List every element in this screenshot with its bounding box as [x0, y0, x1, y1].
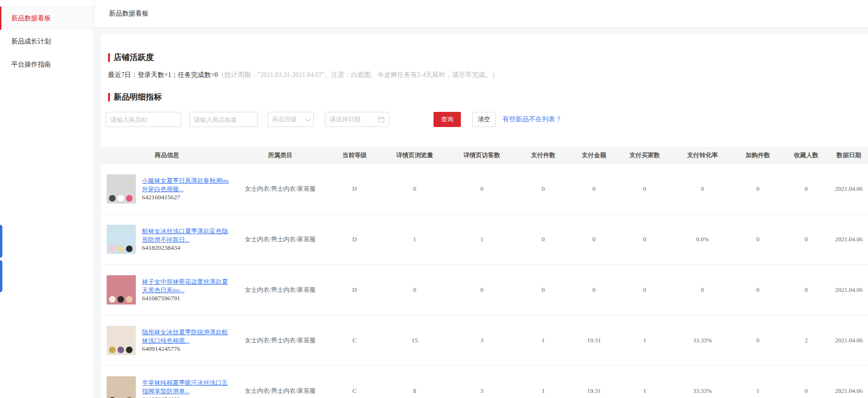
column-header: 详情页访客数	[448, 151, 516, 160]
cell-current-grade: D	[327, 236, 382, 243]
column-header: 数据日期	[830, 151, 868, 160]
main-content: 新品数据看板 店铺活跃度 最近7日：登录天数=1；任务完成数=0（统计周期："2…	[95, 0, 868, 398]
cell-category: 女士内衣/男士内衣/家居服	[233, 185, 327, 193]
search-button[interactable]: 查询	[434, 112, 461, 127]
cell-detail-views: 0	[382, 185, 448, 193]
product-info-cell: 半掌袜纯棉夏季吸汗冰丝浅口五指脚掌垫防滑单... 641028154803	[101, 376, 233, 398]
product-title-link[interactable]: 隐形袜女冰丝夏季防脱滑薄款船袜浅口纯色棉底...	[142, 328, 230, 345]
product-thumbnail[interactable]	[107, 174, 136, 203]
sidebar-item-platform-guide[interactable]: 平台操作指南	[0, 53, 94, 76]
cell-detail-views: 1	[382, 236, 448, 243]
product-id: 641028154803	[142, 396, 180, 398]
cell-detail-views: 15	[382, 337, 448, 344]
cell-data-date: 2021.04.06	[830, 387, 868, 395]
missing-products-link[interactable]: 有些新品不在列表？	[502, 115, 562, 124]
clear-button[interactable]: 清空	[472, 112, 496, 127]
cell-paid-items: 0	[516, 185, 570, 193]
cell-detail-visitors: 0	[448, 286, 516, 294]
cell-current-grade: D	[327, 286, 382, 294]
cell-category: 女士内衣/男士内衣/家居服	[233, 286, 327, 294]
cell-favorites: 2	[783, 337, 830, 344]
cell-paid-amount: 19.31	[570, 337, 618, 344]
column-header: 支付买家数	[618, 151, 672, 160]
sidebar-item-new-product-dashboard[interactable]: 新品数据看板	[0, 7, 94, 30]
cell-paid-buyers: 1	[618, 387, 672, 395]
product-metrics-table: 商品信息所属类目当前等级详情页浏览量详情页访客数支付件数支付金额支付买家数支付转…	[101, 147, 868, 398]
calendar-icon	[378, 116, 384, 123]
content-header: 新品数据看板	[95, 0, 868, 27]
cell-paid-buyers: 1	[618, 337, 672, 344]
cell-cart-adds: 0	[733, 236, 783, 243]
cell-cart-adds: 0	[733, 185, 783, 193]
chevron-down-icon	[305, 116, 310, 121]
product-id-input[interactable]	[106, 112, 181, 127]
cell-current-grade: D	[327, 185, 382, 193]
column-header: 支付件数	[516, 151, 570, 160]
activity-summary-main: 最近7日：登录天数=1；任务完成数=0	[108, 71, 218, 78]
date-placeholder: 请选择日期	[330, 115, 360, 124]
cell-conversion-rate: 33.33%	[672, 337, 733, 344]
section-accent-bar	[108, 93, 110, 102]
product-title-input[interactable]	[189, 112, 258, 127]
product-id: 642160415627	[142, 194, 180, 201]
column-header: 支付金额	[570, 151, 618, 160]
cell-cart-adds: 0	[733, 286, 783, 294]
cell-favorites: 0	[783, 185, 830, 193]
product-title-link[interactable]: 小腿袜女夏季日系薄款春秋潮ins外穿白色瘦腿...	[142, 177, 230, 194]
floating-handle-top[interactable]	[0, 225, 2, 258]
cell-category: 女士内衣/男士内衣/家居服	[233, 336, 327, 345]
cell-conversion-rate: 0.0%	[672, 236, 733, 243]
cell-detail-views: 0	[382, 286, 448, 294]
product-info-cell: 船袜女冰丝浅口夏季薄款蓝色隐形防滑不掉跟日... 641820238434	[101, 225, 233, 254]
date-picker-input[interactable]: 请选择日期	[325, 112, 389, 127]
section-title-text: 新品明细指标	[114, 92, 162, 102]
product-info-cell: 小腿袜女夏季日系薄款春秋潮ins外穿白色瘦腿... 642160415627	[101, 174, 233, 203]
cell-data-date: 2021.04.06	[830, 337, 868, 344]
product-thumbnail[interactable]	[107, 225, 136, 254]
sidebar: 新品数据看板 新品成长计划 平台操作指南	[0, 0, 94, 398]
column-header: 商品信息	[101, 151, 233, 160]
cell-paid-amount: 0	[570, 286, 618, 294]
product-text: 小腿袜女夏季日系薄款春秋潮ins外穿白色瘦腿... 642160415627	[142, 177, 230, 201]
cell-current-grade: C	[327, 387, 382, 395]
breadcrumb: 新品数据看板	[109, 9, 149, 18]
grade-select-label: 商品等级	[272, 115, 297, 124]
product-title-link[interactable]: 袜子女中筒袜带花边蕾丝薄款夏天黑色日系ins...	[142, 278, 230, 295]
sidebar-item-new-product-growth-plan[interactable]: 新品成长计划	[0, 30, 94, 53]
cell-cart-adds: 1	[733, 387, 783, 395]
section-title-text: 店铺活跃度	[114, 52, 154, 63]
product-thumbnail[interactable]	[107, 326, 136, 355]
column-header: 收藏人数	[783, 151, 830, 160]
section-shop-activity: 店铺活跃度	[108, 34, 868, 63]
cell-category: 女士内衣/男士内衣/家居服	[233, 387, 327, 395]
table-row: 隐形袜女冰丝夏季防脱滑薄款船袜浅口纯色棉底... 640914245776 女士…	[101, 315, 868, 366]
cell-category: 女士内衣/男士内衣/家居服	[233, 235, 327, 244]
product-text: 袜子女中筒袜带花边蕾丝薄款夏天黑色日系ins... 641087596791	[142, 278, 230, 302]
cell-conversion-rate: 0	[672, 286, 733, 294]
cell-paid-items: 1	[516, 337, 570, 344]
product-title-link[interactable]: 船袜女冰丝浅口夏季薄款蓝色隐形防滑不掉跟日...	[142, 227, 230, 244]
product-text: 半掌袜纯棉夏季吸汗冰丝浅口五指脚掌垫防滑单... 641028154803	[142, 379, 230, 398]
product-text: 隐形袜女冰丝夏季防脱滑薄款船袜浅口纯色棉底... 640914245776	[142, 328, 230, 353]
column-header: 加购件数	[733, 151, 783, 160]
cell-detail-visitors: 1	[448, 236, 516, 243]
product-text: 船袜女冰丝浅口夏季薄款蓝色隐形防滑不掉跟日... 641820238434	[142, 227, 230, 252]
product-info-cell: 袜子女中筒袜带花边蕾丝薄款夏天黑色日系ins... 641087596791	[101, 275, 233, 305]
cell-favorites: 0	[783, 286, 830, 294]
cell-conversion-rate: 0	[672, 185, 733, 193]
product-thumbnail[interactable]	[107, 275, 136, 305]
cell-data-date: 2021.04.06	[830, 236, 868, 243]
product-id: 641087596791	[142, 295, 180, 302]
floating-handle-bottom[interactable]	[0, 260, 2, 292]
cell-paid-items: 0	[516, 236, 570, 243]
product-id: 640914245776	[142, 345, 180, 352]
product-title-link[interactable]: 半掌袜纯棉夏季吸汗冰丝浅口五指脚掌垫防滑单...	[142, 379, 230, 396]
grade-select[interactable]: 商品等级	[267, 112, 314, 127]
column-header: 当前等级	[327, 151, 382, 160]
activity-summary: 最近7日：登录天数=1；任务完成数=0（统计周期："2021.03.31-202…	[108, 71, 868, 79]
product-thumbnail[interactable]	[107, 376, 136, 398]
table-row: 袜子女中筒袜带花边蕾丝薄款夏天黑色日系ins... 641087596791 女…	[101, 265, 868, 315]
cell-data-date: 2021.04.06	[830, 286, 868, 294]
cell-cart-adds: 0	[733, 337, 783, 344]
cell-paid-items: 1	[516, 387, 570, 395]
